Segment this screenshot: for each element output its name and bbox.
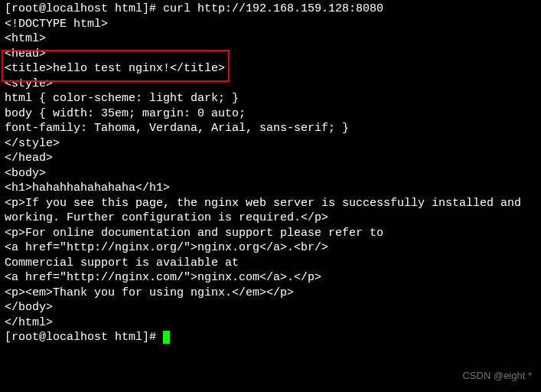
cursor-icon	[163, 331, 170, 344]
output-line: <html>	[5, 31, 536, 47]
output-line: </head>	[5, 151, 536, 166]
output-line: <body>	[5, 166, 536, 181]
prompt-text: [root@localhost html]#	[5, 331, 163, 344]
output-line: <h1>hahahhahahahaha</h1>	[5, 181, 536, 196]
output-line: <!DOCTYPE html>	[5, 17, 536, 32]
output-line: <title>hello test nginx!</title>	[5, 61, 536, 77]
output-line: working. Further configuration is requir…	[5, 211, 536, 226]
output-line: html { color-scheme: light dark; }	[5, 91, 536, 106]
prompt-line-active[interactable]: [root@localhost html]#	[5, 330, 536, 345]
output-line: <a href="http://nginx.org/">nginx.org</a…	[5, 240, 536, 256]
output-line: <p><em>Thank you for using nginx.</em></…	[5, 286, 536, 301]
output-line: Commercial support is available at	[5, 256, 536, 271]
output-line: </style>	[5, 136, 536, 152]
output-line: <style>	[5, 77, 536, 92]
output-line: <p>For online documentation and support …	[5, 226, 536, 241]
output-line: font-family: Tahoma, Verdana, Arial, san…	[5, 121, 536, 136]
watermark-text: CSDN @eight *	[462, 370, 532, 383]
output-line: body { width: 35em; margin: 0 auto;	[5, 106, 536, 122]
output-line: <head>	[5, 47, 536, 62]
prompt-line[interactable]: [root@localhost html]# curl http://192.1…	[5, 2, 536, 17]
output-line: <p>If you see this page, the nginx web s…	[5, 196, 536, 211]
output-line: </html>	[5, 315, 536, 331]
output-line: </body>	[5, 300, 536, 315]
output-line: <a href="http://nginx.com/">nginx.com</a…	[5, 270, 536, 286]
